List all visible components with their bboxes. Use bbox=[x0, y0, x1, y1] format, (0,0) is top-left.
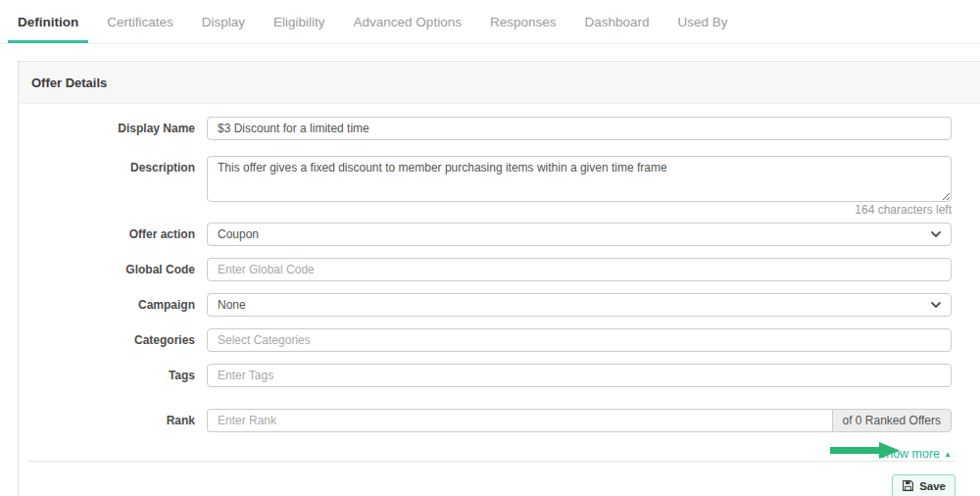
categories-input[interactable] bbox=[207, 328, 952, 352]
tab-dashboard[interactable]: Dashboard bbox=[574, 1, 659, 43]
floppy-disk-icon bbox=[902, 479, 914, 492]
tab-display[interactable]: Display bbox=[192, 1, 255, 43]
description-row: Description This offer gives a fixed dis… bbox=[19, 156, 980, 202]
global-code-label: Global Code bbox=[19, 258, 207, 276]
ranked-offers-addon: of 0 Ranked Offers bbox=[832, 409, 953, 432]
tab-responses[interactable]: Responses bbox=[480, 1, 566, 43]
rank-label: Rank bbox=[19, 409, 207, 427]
display-name-row: Display Name bbox=[19, 117, 980, 140]
save-button[interactable]: Save bbox=[892, 474, 956, 496]
offer-action-value: Coupon bbox=[218, 227, 259, 241]
categories-label: Categories bbox=[19, 328, 207, 347]
tab-used-by[interactable]: Used By bbox=[668, 1, 738, 43]
offer-action-row: Offer action Coupon bbox=[19, 223, 980, 246]
rank-row: Rank of 0 Ranked Offers bbox=[19, 409, 980, 432]
display-name-label: Display Name bbox=[19, 117, 207, 135]
save-row: Save bbox=[19, 474, 980, 496]
tab-eligibility[interactable]: Eligibility bbox=[264, 1, 335, 43]
campaign-row: Campaign None bbox=[19, 293, 980, 317]
show-more-label: Show more bbox=[878, 447, 940, 461]
categories-row: Categories bbox=[19, 328, 980, 352]
divider bbox=[28, 461, 956, 462]
tags-label: Tags bbox=[19, 364, 207, 382]
show-more-link[interactable]: Show more▲ bbox=[878, 447, 952, 461]
characters-left-counter: 164 characters left bbox=[19, 203, 980, 217]
campaign-select[interactable]: None bbox=[207, 293, 952, 317]
tab-certificates[interactable]: Certificates bbox=[97, 1, 183, 43]
panel-title: Offer Details bbox=[19, 62, 980, 104]
tab-definition[interactable]: Definition bbox=[8, 1, 88, 43]
global-code-input[interactable] bbox=[207, 258, 952, 281]
offer-action-label: Offer action bbox=[19, 223, 207, 241]
caret-up-icon: ▲ bbox=[944, 450, 952, 459]
rank-input[interactable] bbox=[207, 409, 832, 432]
description-label: Description bbox=[19, 156, 207, 174]
campaign-label: Campaign bbox=[19, 293, 207, 312]
offer-action-select[interactable]: Coupon bbox=[207, 223, 952, 246]
save-label: Save bbox=[919, 480, 946, 492]
offer-details-panel: Offer Details Display Name Description T… bbox=[18, 61, 980, 496]
description-textarea[interactable]: This offer gives a fixed discount to mem… bbox=[207, 156, 952, 202]
tags-row: Tags bbox=[19, 364, 980, 387]
show-more-row: Show more▲ bbox=[19, 444, 980, 459]
campaign-value: None bbox=[218, 298, 246, 312]
display-name-input[interactable] bbox=[207, 117, 952, 140]
tags-input[interactable] bbox=[207, 364, 952, 387]
global-code-row: Global Code bbox=[19, 258, 980, 281]
tab-advanced-options[interactable]: Advanced Options bbox=[344, 1, 471, 43]
tab-bar: Definition Certificates Display Eligibil… bbox=[0, 0, 980, 44]
